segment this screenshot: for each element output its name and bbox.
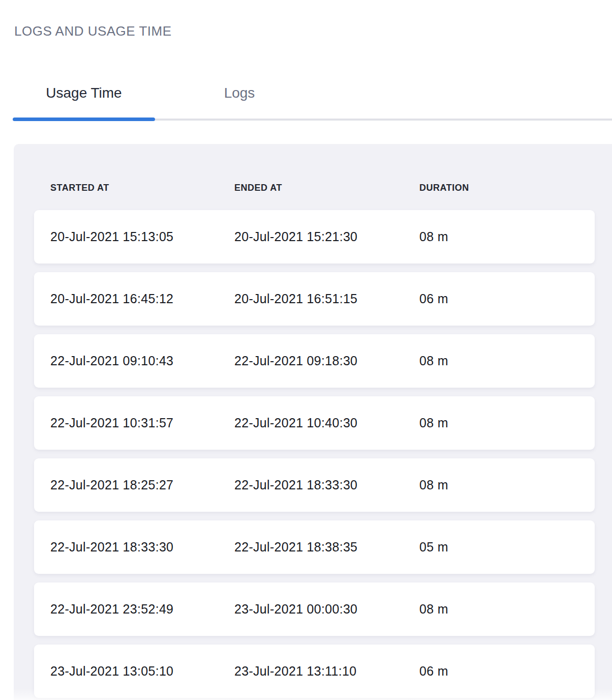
- cell-started-at: 23-Jul-2021 13:05:10: [50, 664, 234, 679]
- cell-duration: 08 m: [419, 478, 578, 492]
- tab-usage-time[interactable]: Usage Time: [13, 85, 155, 101]
- cell-started-at: 22-Jul-2021 23:52:49: [50, 602, 234, 617]
- cell-duration: 08 m: [419, 602, 578, 617]
- table-row: 22-Jul-2021 18:25:27 22-Jul-2021 18:33:3…: [34, 458, 595, 512]
- table-row: 23-Jul-2021 13:05:10 23-Jul-2021 13:11:1…: [34, 645, 595, 698]
- cell-started-at: 20-Jul-2021 16:45:12: [50, 291, 234, 306]
- table-row: 22-Jul-2021 18:33:30 22-Jul-2021 18:38:3…: [34, 520, 595, 574]
- tabs: Usage Time Logs: [13, 80, 612, 121]
- table-row: 20-Jul-2021 15:13:05 20-Jul-2021 15:21:3…: [34, 210, 595, 264]
- table-header-row: STARTED AT ENDED AT DURATION: [34, 182, 595, 193]
- cell-ended-at: 22-Jul-2021 18:33:30: [234, 478, 419, 492]
- tabs-row: Usage Time Logs: [13, 80, 612, 106]
- tab-usage-time-label: Usage Time: [46, 85, 121, 101]
- cell-duration: 08 m: [419, 416, 578, 430]
- cell-duration: 05 m: [419, 540, 578, 555]
- tab-logs-label: Logs: [224, 85, 255, 101]
- table-row: 20-Jul-2021 16:45:12 20-Jul-2021 16:51:1…: [34, 272, 595, 326]
- page-title: LOGS AND USAGE TIME: [14, 23, 172, 39]
- page: { "page": { "title": "LOGS AND USAGE TIM…: [0, 0, 612, 700]
- active-tab-indicator: [13, 118, 155, 121]
- table-row: 22-Jul-2021 09:10:43 22-Jul-2021 09:18:3…: [34, 334, 595, 388]
- cell-ended-at: 20-Jul-2021 16:51:15: [234, 291, 419, 306]
- cell-duration: 06 m: [419, 664, 578, 679]
- tab-logs[interactable]: Logs: [155, 85, 324, 101]
- cell-ended-at: 20-Jul-2021 15:21:30: [234, 229, 419, 244]
- cell-ended-at: 22-Jul-2021 09:18:30: [234, 354, 419, 368]
- cell-duration: 08 m: [419, 229, 578, 244]
- cell-ended-at: 23-Jul-2021 00:00:30: [234, 602, 419, 617]
- column-header-duration: DURATION: [419, 183, 578, 193]
- cell-started-at: 22-Jul-2021 10:31:57: [50, 416, 234, 430]
- cell-started-at: 22-Jul-2021 18:33:30: [50, 540, 234, 555]
- cell-duration: 06 m: [419, 291, 578, 306]
- usage-time-panel: STARTED AT ENDED AT DURATION 20-Jul-2021…: [14, 144, 612, 700]
- cell-duration: 08 m: [419, 354, 578, 368]
- cell-ended-at: 22-Jul-2021 18:38:35: [234, 540, 419, 555]
- cell-started-at: 22-Jul-2021 18:25:27: [50, 478, 234, 492]
- cell-ended-at: 22-Jul-2021 10:40:30: [234, 416, 419, 430]
- cell-started-at: 22-Jul-2021 09:10:43: [50, 354, 234, 368]
- table-body: 20-Jul-2021 15:13:05 20-Jul-2021 15:21:3…: [34, 210, 595, 698]
- table-row: 22-Jul-2021 23:52:49 23-Jul-2021 00:00:3…: [34, 582, 595, 636]
- cell-ended-at: 23-Jul-2021 13:11:10: [234, 664, 419, 679]
- column-header-started-at: STARTED AT: [50, 183, 234, 193]
- cell-started-at: 20-Jul-2021 15:13:05: [50, 229, 234, 244]
- tab-track: [13, 119, 612, 121]
- column-header-ended-at: ENDED AT: [234, 183, 419, 193]
- table-row: 22-Jul-2021 10:31:57 22-Jul-2021 10:40:3…: [34, 396, 595, 450]
